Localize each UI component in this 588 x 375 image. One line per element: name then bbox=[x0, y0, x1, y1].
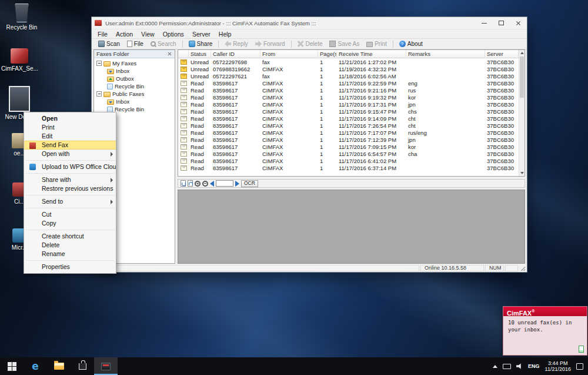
close-button[interactable] bbox=[510, 17, 527, 29]
menu-item[interactable]: File bbox=[93, 31, 112, 38]
context-menu-item[interactable]: Restore previous versions bbox=[24, 184, 116, 193]
context-menu-item[interactable]: Share with bbox=[24, 175, 116, 184]
context-menu-item[interactable]: Create shortcut bbox=[24, 232, 116, 241]
page-number-input[interactable] bbox=[216, 180, 233, 187]
close-panel-icon[interactable] bbox=[168, 52, 172, 56]
file-explorer-taskbar-button[interactable] bbox=[47, 357, 71, 375]
collapse-icon[interactable] bbox=[96, 91, 102, 97]
fax-row[interactable]: Unread 05722297698 fax 1 11/21/2016 1:27… bbox=[178, 58, 519, 65]
context-menu-item[interactable]: Print bbox=[24, 123, 116, 132]
title-bar[interactable]: User:admin Ext:0000 Permission:Administr… bbox=[92, 17, 527, 29]
scroll-down-button[interactable] bbox=[519, 170, 524, 176]
fax-row[interactable]: Read 83598617 CIMFAX 1 11/17/2016 7:26:5… bbox=[178, 122, 519, 129]
tree-item[interactable]: My Faxes bbox=[94, 59, 175, 67]
rotate-left-icon[interactable] bbox=[181, 180, 186, 187]
rotate-right-icon[interactable] bbox=[188, 180, 193, 187]
zoom-in-icon[interactable] bbox=[195, 181, 201, 187]
context-menu-item[interactable]: Open bbox=[24, 114, 116, 123]
fax-row[interactable]: Read 83598617 CIMFAX 1 11/17/2016 9:14:0… bbox=[178, 115, 519, 122]
fax-row[interactable]: Read 83598617 CIMFAX 1 11/17/2016 6:37:1… bbox=[178, 164, 519, 171]
fax-document-icon[interactable] bbox=[579, 346, 584, 353]
about-button[interactable]: About bbox=[396, 40, 426, 48]
server-cell: 37BC6B30 bbox=[485, 101, 519, 108]
zoom-out-icon[interactable] bbox=[202, 181, 208, 187]
cimfax-taskbar-button[interactable] bbox=[94, 357, 118, 375]
share-button[interactable]: Share bbox=[185, 40, 216, 48]
touch-keyboard-icon[interactable] bbox=[503, 364, 511, 369]
menu-item[interactable]: Options bbox=[159, 31, 188, 38]
context-menu-item[interactable]: Delete bbox=[24, 241, 116, 250]
prev-page-icon[interactable] bbox=[210, 181, 214, 187]
column-header[interactable]: Remarks bbox=[406, 50, 485, 58]
fax-row[interactable]: Read 83598617 CIMFAX 1 11/17/2016 9:22:5… bbox=[178, 79, 519, 87]
menu-item[interactable]: View bbox=[137, 31, 159, 38]
scan-button[interactable]: Scan bbox=[95, 40, 123, 48]
fax-row[interactable]: Read 83598617 CIMFAX 1 11/17/2016 7:17:0… bbox=[178, 129, 519, 136]
minimize-button[interactable] bbox=[476, 17, 493, 29]
tree-item[interactable]: Inbox bbox=[94, 98, 175, 105]
column-header[interactable]: Server bbox=[485, 50, 519, 58]
column-header[interactable]: Receive Time bbox=[337, 50, 406, 58]
context-menu-item[interactable]: Cut bbox=[24, 210, 116, 219]
action-center-icon[interactable] bbox=[576, 363, 583, 370]
store-taskbar-button[interactable] bbox=[71, 357, 94, 375]
column-header[interactable] bbox=[178, 50, 189, 58]
context-menu-item[interactable]: Edit bbox=[24, 132, 116, 141]
fax-row[interactable]: Unread 076988319662 CIMFAX 1 11/19/2016 … bbox=[178, 65, 519, 72]
fax-row[interactable]: Read 83598617 CIMFAX 1 11/17/2016 7:09:1… bbox=[178, 143, 519, 150]
column-header[interactable]: From bbox=[260, 50, 318, 58]
vertical-scrollbar[interactable] bbox=[519, 50, 524, 176]
maximize-button[interactable] bbox=[493, 17, 510, 29]
scroll-up-button[interactable] bbox=[519, 50, 524, 56]
ocr-button[interactable]: OCR bbox=[241, 180, 258, 187]
resize-grip[interactable] bbox=[519, 265, 525, 271]
context-menu-item[interactable]: Rename bbox=[24, 250, 116, 258]
desktop-icon[interactable]: Recycle Bin bbox=[4, 4, 40, 31]
reply-button[interactable]: Reply bbox=[221, 40, 252, 48]
menu-item[interactable]: Server bbox=[188, 31, 215, 38]
context-menu-item[interactable]: Copy bbox=[24, 219, 116, 228]
context-menu-item[interactable]: Send to bbox=[24, 197, 116, 206]
speaker-icon[interactable] bbox=[516, 363, 523, 369]
save-as-button[interactable]: Save As bbox=[326, 40, 363, 48]
fax-row[interactable]: Read 83598617 CIMFAX 1 11/17/2016 9:21:1… bbox=[178, 87, 519, 94]
context-menu-item[interactable]: Properties bbox=[24, 263, 116, 271]
menu-item[interactable]: Help bbox=[215, 31, 236, 38]
collapse-icon[interactable] bbox=[96, 61, 102, 66]
fax-row[interactable]: Read 83598617 CIMFAX 1 11/17/2016 9:15:4… bbox=[178, 108, 519, 115]
tree-item[interactable]: Public Faxes bbox=[94, 90, 175, 98]
context-menu-item[interactable]: Upload to WPS Office Cloud bbox=[24, 162, 116, 171]
fax-row[interactable]: Read 83598617 CIMFAX 1 11/17/2016 6:41:0… bbox=[178, 157, 519, 164]
fax-row[interactable]: Read 83598617 CIMFAX 1 11/17/2016 9:17:3… bbox=[178, 101, 519, 108]
context-menu-item[interactable]: Send Fax bbox=[24, 141, 116, 150]
scroll-thumb[interactable] bbox=[520, 57, 524, 98]
fax-row[interactable]: Unread 05722297621 fax 1 11/18/2016 6:02… bbox=[178, 72, 519, 79]
clock[interactable]: 3:44 PM 11/21/2016 bbox=[545, 360, 571, 372]
next-page-icon[interactable] bbox=[235, 181, 239, 187]
fax-row[interactable]: Read 83598617 CIMFAX 1 11/17/2016 7:12:3… bbox=[178, 136, 519, 143]
column-header[interactable]: Caller ID bbox=[211, 50, 260, 58]
tree-item[interactable]: Inbox bbox=[94, 67, 175, 75]
tray-expand-icon[interactable] bbox=[493, 365, 497, 368]
start-button[interactable] bbox=[0, 357, 24, 375]
delete-button[interactable]: Delete bbox=[294, 40, 326, 48]
search-button[interactable]: Search bbox=[147, 40, 180, 48]
file-button[interactable]: File bbox=[123, 40, 147, 48]
column-header[interactable]: Status bbox=[189, 50, 211, 58]
forward-button[interactable]: Forward bbox=[252, 40, 289, 48]
context-menu-item[interactable]: Open with bbox=[24, 150, 116, 158]
tree-item[interactable]: Recycle Bin bbox=[94, 82, 175, 90]
print-button[interactable]: Print bbox=[363, 40, 390, 48]
language-indicator[interactable]: ENG bbox=[528, 363, 540, 369]
notification-popup[interactable]: CimFAX® 10 unread fax(es) in your inbox. bbox=[503, 306, 587, 356]
desktop-icon[interactable]: CimFAX_Se... bbox=[1, 48, 38, 72]
preview-toolbar: OCR bbox=[178, 179, 525, 188]
edge-taskbar-button[interactable]: e bbox=[24, 357, 47, 375]
fax-row[interactable]: Read 83598617 CIMFAX 1 11/17/2016 9:19:3… bbox=[178, 94, 519, 101]
remarks-cell: kor bbox=[406, 94, 485, 101]
fax-row[interactable]: Read 83598617 CIMFAX 1 11/17/2016 6:54:5… bbox=[178, 150, 519, 157]
menu-item[interactable]: Action bbox=[112, 31, 137, 38]
cimfax-setup-icon bbox=[11, 48, 28, 64]
tree-item[interactable]: Outbox bbox=[94, 75, 175, 82]
column-header[interactable]: Page(s) bbox=[318, 50, 337, 58]
